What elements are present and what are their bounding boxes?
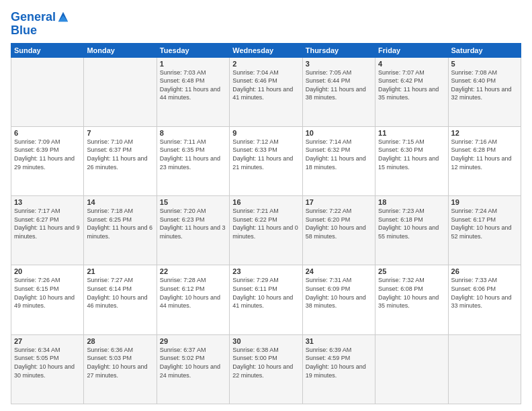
logo-icon bbox=[57, 11, 69, 23]
day-number: 4 bbox=[378, 60, 445, 68]
logo-text-blue: Blue bbox=[11, 24, 69, 38]
cell-content: Sunrise: 7:23 AM Sunset: 6:18 PM Dayligh… bbox=[378, 207, 445, 240]
day-number: 12 bbox=[451, 129, 518, 137]
cell-content: Sunrise: 7:29 AM Sunset: 6:11 PM Dayligh… bbox=[232, 276, 299, 310]
calendar-cell: 5Sunrise: 7:08 AM Sunset: 6:40 PM Daylig… bbox=[448, 57, 521, 126]
calendar-cell: 16Sunrise: 7:21 AM Sunset: 6:22 PM Dayli… bbox=[230, 196, 302, 265]
day-number: 22 bbox=[160, 267, 226, 275]
calendar-week-row: 6Sunrise: 7:09 AM Sunset: 6:39 PM Daylig… bbox=[11, 126, 521, 195]
calendar-cell: 8Sunrise: 7:11 AM Sunset: 6:35 PM Daylig… bbox=[157, 126, 229, 195]
calendar-cell: 20Sunrise: 7:26 AM Sunset: 6:15 PM Dayli… bbox=[11, 265, 84, 334]
day-number: 18 bbox=[378, 198, 445, 206]
calendar-cell: 15Sunrise: 7:20 AM Sunset: 6:23 PM Dayli… bbox=[157, 196, 229, 265]
cell-content: Sunrise: 7:32 AM Sunset: 6:08 PM Dayligh… bbox=[378, 276, 445, 310]
calendar-cell: 13Sunrise: 7:17 AM Sunset: 6:27 PM Dayli… bbox=[11, 196, 84, 265]
calendar-cell: 17Sunrise: 7:22 AM Sunset: 6:20 PM Dayli… bbox=[302, 196, 375, 265]
calendar-cell: 3Sunrise: 7:05 AM Sunset: 6:44 PM Daylig… bbox=[302, 57, 375, 126]
cell-content: Sunrise: 7:07 AM Sunset: 6:42 PM Dayligh… bbox=[378, 68, 445, 102]
calendar-cell bbox=[84, 57, 157, 126]
logo: General Blue bbox=[11, 11, 69, 38]
day-number: 15 bbox=[160, 198, 226, 206]
day-number: 11 bbox=[378, 129, 445, 137]
day-number: 3 bbox=[306, 60, 372, 68]
day-number: 6 bbox=[14, 129, 81, 137]
calendar-cell: 26Sunrise: 7:33 AM Sunset: 6:06 PM Dayli… bbox=[448, 265, 521, 334]
day-number: 20 bbox=[14, 267, 81, 275]
cell-content: Sunrise: 7:31 AM Sunset: 6:09 PM Dayligh… bbox=[306, 276, 372, 310]
cell-content: Sunrise: 7:12 AM Sunset: 6:33 PM Dayligh… bbox=[232, 138, 299, 171]
day-number: 2 bbox=[232, 60, 299, 68]
svg-marker-1 bbox=[58, 15, 68, 21]
day-number: 25 bbox=[378, 267, 445, 275]
calendar-cell: 31Sunrise: 6:39 AM Sunset: 4:59 PM Dayli… bbox=[302, 334, 375, 404]
logo-text: General bbox=[11, 11, 56, 24]
calendar-cell bbox=[11, 57, 84, 126]
day-number: 26 bbox=[451, 267, 518, 275]
cell-content: Sunrise: 7:09 AM Sunset: 6:39 PM Dayligh… bbox=[14, 138, 81, 171]
calendar-cell: 29Sunrise: 6:37 AM Sunset: 5:02 PM Dayli… bbox=[157, 334, 229, 404]
day-number: 23 bbox=[232, 267, 299, 275]
calendar-cell: 28Sunrise: 6:36 AM Sunset: 5:03 PM Dayli… bbox=[84, 334, 157, 404]
calendar-cell bbox=[375, 334, 448, 404]
cell-content: Sunrise: 6:38 AM Sunset: 5:00 PM Dayligh… bbox=[232, 346, 299, 379]
cell-content: Sunrise: 7:26 AM Sunset: 6:15 PM Dayligh… bbox=[14, 276, 81, 310]
day-number: 9 bbox=[232, 129, 299, 137]
header: General Blue bbox=[11, 11, 521, 38]
calendar-cell: 18Sunrise: 7:23 AM Sunset: 6:18 PM Dayli… bbox=[375, 196, 448, 265]
day-number: 19 bbox=[451, 198, 518, 206]
day-header-thursday: Thursday bbox=[302, 43, 375, 57]
cell-content: Sunrise: 6:39 AM Sunset: 4:59 PM Dayligh… bbox=[306, 346, 372, 379]
calendar-cell: 10Sunrise: 7:14 AM Sunset: 6:32 PM Dayli… bbox=[302, 126, 375, 195]
day-number: 10 bbox=[306, 129, 372, 137]
day-header-tuesday: Tuesday bbox=[157, 43, 229, 57]
cell-content: Sunrise: 7:11 AM Sunset: 6:35 PM Dayligh… bbox=[160, 138, 226, 171]
day-number: 16 bbox=[232, 198, 299, 206]
calendar-cell: 6Sunrise: 7:09 AM Sunset: 6:39 PM Daylig… bbox=[11, 126, 84, 195]
cell-content: Sunrise: 7:20 AM Sunset: 6:23 PM Dayligh… bbox=[160, 207, 226, 240]
cell-content: Sunrise: 7:03 AM Sunset: 6:48 PM Dayligh… bbox=[160, 68, 226, 102]
day-number: 17 bbox=[306, 198, 372, 206]
cell-content: Sunrise: 7:16 AM Sunset: 6:28 PM Dayligh… bbox=[451, 138, 518, 171]
cell-content: Sunrise: 7:24 AM Sunset: 6:17 PM Dayligh… bbox=[451, 207, 518, 240]
cell-content: Sunrise: 7:17 AM Sunset: 6:27 PM Dayligh… bbox=[14, 207, 81, 240]
day-number: 5 bbox=[451, 60, 518, 68]
calendar: SundayMondayTuesdayWednesdayThursdayFrid… bbox=[11, 43, 521, 404]
day-number: 28 bbox=[87, 337, 153, 345]
day-header-sunday: Sunday bbox=[11, 43, 84, 57]
calendar-week-row: 13Sunrise: 7:17 AM Sunset: 6:27 PM Dayli… bbox=[11, 196, 521, 265]
cell-content: Sunrise: 7:15 AM Sunset: 6:30 PM Dayligh… bbox=[378, 138, 445, 171]
day-number: 8 bbox=[160, 129, 226, 137]
calendar-cell: 21Sunrise: 7:27 AM Sunset: 6:14 PM Dayli… bbox=[84, 265, 157, 334]
day-number: 24 bbox=[306, 267, 372, 275]
cell-content: Sunrise: 7:28 AM Sunset: 6:12 PM Dayligh… bbox=[160, 276, 226, 310]
calendar-cell bbox=[448, 334, 521, 404]
cell-content: Sunrise: 7:14 AM Sunset: 6:32 PM Dayligh… bbox=[306, 138, 372, 171]
cell-content: Sunrise: 6:34 AM Sunset: 5:05 PM Dayligh… bbox=[14, 346, 81, 379]
day-number: 14 bbox=[87, 198, 153, 206]
day-number: 30 bbox=[232, 337, 299, 345]
calendar-cell: 23Sunrise: 7:29 AM Sunset: 6:11 PM Dayli… bbox=[230, 265, 302, 334]
day-number: 27 bbox=[14, 337, 81, 345]
cell-content: Sunrise: 7:33 AM Sunset: 6:06 PM Dayligh… bbox=[451, 276, 518, 310]
calendar-week-row: 20Sunrise: 7:26 AM Sunset: 6:15 PM Dayli… bbox=[11, 265, 521, 334]
day-header-saturday: Saturday bbox=[448, 43, 521, 57]
calendar-cell: 30Sunrise: 6:38 AM Sunset: 5:00 PM Dayli… bbox=[230, 334, 302, 404]
calendar-cell: 2Sunrise: 7:04 AM Sunset: 6:46 PM Daylig… bbox=[230, 57, 302, 126]
cell-content: Sunrise: 7:08 AM Sunset: 6:40 PM Dayligh… bbox=[451, 68, 518, 102]
day-header-monday: Monday bbox=[84, 43, 157, 57]
day-number: 31 bbox=[306, 337, 372, 345]
day-header-friday: Friday bbox=[375, 43, 448, 57]
calendar-cell: 14Sunrise: 7:18 AM Sunset: 6:25 PM Dayli… bbox=[84, 196, 157, 265]
cell-content: Sunrise: 7:10 AM Sunset: 6:37 PM Dayligh… bbox=[87, 138, 153, 171]
cell-content: Sunrise: 7:21 AM Sunset: 6:22 PM Dayligh… bbox=[232, 207, 299, 240]
calendar-cell: 22Sunrise: 7:28 AM Sunset: 6:12 PM Dayli… bbox=[157, 265, 229, 334]
calendar-cell: 4Sunrise: 7:07 AM Sunset: 6:42 PM Daylig… bbox=[375, 57, 448, 126]
calendar-cell: 11Sunrise: 7:15 AM Sunset: 6:30 PM Dayli… bbox=[375, 126, 448, 195]
day-number: 1 bbox=[160, 60, 226, 68]
cell-content: Sunrise: 6:37 AM Sunset: 5:02 PM Dayligh… bbox=[160, 346, 226, 379]
day-number: 21 bbox=[87, 267, 153, 275]
calendar-week-row: 1Sunrise: 7:03 AM Sunset: 6:48 PM Daylig… bbox=[11, 57, 521, 126]
calendar-cell: 24Sunrise: 7:31 AM Sunset: 6:09 PM Dayli… bbox=[302, 265, 375, 334]
cell-content: Sunrise: 7:18 AM Sunset: 6:25 PM Dayligh… bbox=[87, 207, 153, 240]
cell-content: Sunrise: 7:05 AM Sunset: 6:44 PM Dayligh… bbox=[306, 68, 372, 102]
